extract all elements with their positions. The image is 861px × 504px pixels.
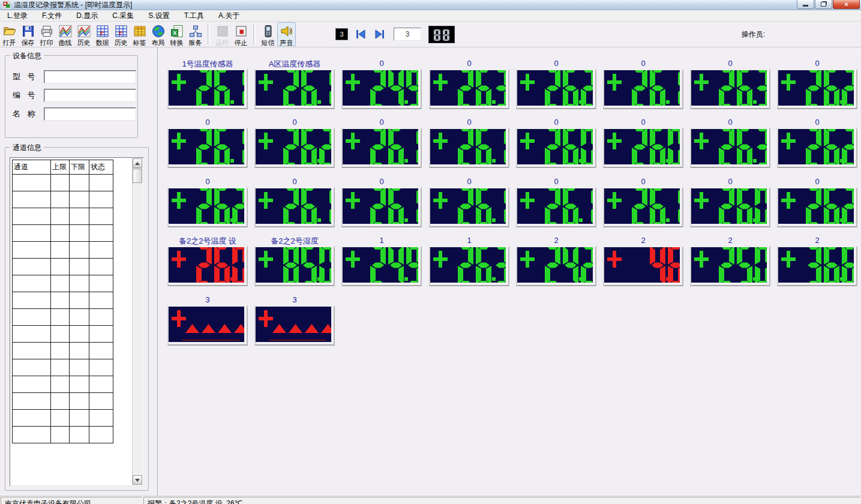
- toolbar-button-打印[interactable]: 打印: [37, 22, 56, 46]
- table-row: [13, 359, 113, 376]
- display-label: 3: [254, 295, 335, 305]
- led-display: [603, 246, 683, 286]
- display-cell: 0: [777, 118, 857, 168]
- display-label: 0: [429, 177, 509, 187]
- menu-item-4[interactable]: S.设置: [141, 11, 176, 21]
- toolbar-button-历史[interactable]: e历史: [112, 22, 130, 46]
- minimize-button[interactable]: [797, 0, 814, 9]
- display-label: 0: [341, 177, 422, 187]
- toolbar-button-布局[interactable]: 布局: [149, 22, 167, 46]
- led-display: [429, 69, 509, 109]
- display-cell: 3: [254, 295, 335, 346]
- app-icon: [2, 1, 11, 9]
- toolbar-button-停止[interactable]: 停止: [232, 22, 250, 46]
- scrollbar-thumb[interactable]: [133, 169, 142, 183]
- table-row: [13, 259, 113, 275]
- display-cell: 0: [603, 59, 683, 109]
- menu-item-0[interactable]: L.登录: [0, 11, 35, 21]
- curve-chart-icon: [77, 24, 91, 38]
- display-label: 0: [690, 177, 770, 187]
- toolbar-button-保存[interactable]: 保存: [19, 22, 37, 46]
- display-label: 0: [690, 118, 770, 128]
- data-table-icon: e: [95, 24, 110, 38]
- toolbar-button-标签[interactable]: 标签: [130, 22, 149, 46]
- scroll-down-icon[interactable]: [133, 475, 142, 485]
- table-row: [13, 191, 113, 208]
- display-cell: 备2之2号湿度: [254, 236, 335, 286]
- device-field-input[interactable]: [44, 89, 136, 102]
- display-label: 0: [516, 59, 596, 69]
- title-bar: 温湿度记录报警系统 - [即时温度显示] ×: [0, 0, 861, 10]
- restore-button[interactable]: [815, 0, 832, 9]
- led-preview-display: [428, 26, 455, 43]
- led-display: [516, 246, 596, 286]
- display-cell: 备2之2号温度 设: [167, 236, 248, 286]
- device-field-row: 型 号: [13, 70, 136, 83]
- display-label: 0: [341, 59, 422, 69]
- globe-icon: [151, 24, 166, 38]
- menu-item-5[interactable]: T.工具: [177, 11, 211, 21]
- device-field-label: 编 号: [13, 90, 44, 101]
- display-label: 0: [429, 118, 509, 128]
- display-cell: 0: [516, 177, 596, 227]
- next-page-icon[interactable]: [373, 28, 386, 41]
- display-label: A区温度传感器: [254, 59, 335, 69]
- toolbar-button-服务[interactable]: 服务: [186, 22, 205, 46]
- display-cell: 0: [254, 177, 335, 227]
- device-info-group: 设备信息 型 号编 号名 称: [5, 55, 138, 138]
- status-company: 南京伏泰电子设备有限公司: [1, 497, 142, 504]
- led-display: [341, 187, 422, 227]
- display-label: 0: [167, 177, 248, 187]
- display-label: 0: [603, 118, 683, 128]
- toolbar-button-声音[interactable]: 声音: [277, 22, 296, 46]
- led-display: [516, 187, 596, 227]
- led-display: [254, 187, 335, 227]
- page-input[interactable]: [394, 28, 421, 41]
- channel-table-scrollbar[interactable]: [132, 158, 143, 485]
- toolbar-button-转换[interactable]: X转换: [167, 22, 186, 46]
- panel-divider: [157, 47, 158, 496]
- display-cell: 2: [690, 236, 770, 286]
- toolbar-button-历史[interactable]: 历史: [74, 22, 93, 46]
- toolbar-button-曲线[interactable]: 曲线: [56, 22, 74, 46]
- column-header: 下限: [70, 160, 89, 175]
- led-display: [777, 128, 857, 168]
- scroll-up-icon[interactable]: [133, 158, 142, 168]
- display-cell: 0: [690, 118, 770, 168]
- toolbar-button-短信[interactable]: 短信: [259, 22, 277, 46]
- table-row: [13, 393, 113, 410]
- led-display: [254, 305, 335, 346]
- sound-icon: [280, 24, 294, 38]
- device-field-input[interactable]: [44, 107, 136, 121]
- led-display: [429, 246, 509, 286]
- display-label: 0: [516, 177, 596, 187]
- menu-item-3[interactable]: C.采集: [105, 11, 141, 21]
- device-field-input[interactable]: [44, 70, 136, 83]
- toolbar-button-数据[interactable]: e数据: [93, 22, 112, 46]
- device-info-title: 设备信息: [10, 51, 44, 61]
- service-icon: [188, 24, 203, 38]
- toolbar-button-打开[interactable]: 打开: [0, 22, 19, 46]
- menu-item-6[interactable]: A.关于: [211, 11, 247, 21]
- data-table-icon: e: [114, 24, 128, 38]
- display-label: 0: [777, 118, 857, 128]
- display-label: 0: [603, 177, 683, 187]
- close-button[interactable]: ×: [833, 0, 860, 9]
- toolbar-button-label: 保存: [22, 38, 35, 47]
- led-display: [341, 69, 422, 109]
- display-cell: 3: [167, 295, 248, 346]
- led-display: [429, 187, 509, 227]
- toolbar-button-运行: 运行: [213, 22, 232, 46]
- display-label: 0: [603, 59, 683, 69]
- led-display: [167, 305, 248, 346]
- app-window: 温湿度记录报警系统 - [即时温度显示] × L.登录F.文件D.显示C.采集S…: [0, 0, 861, 504]
- led-display: [167, 69, 248, 109]
- menu-item-1[interactable]: F.文件: [35, 11, 69, 21]
- operator-label: 操作员:: [742, 29, 765, 40]
- toolbar-button-label: 历史: [77, 38, 91, 47]
- first-page-icon[interactable]: [354, 28, 367, 41]
- device-field-label: 名 称: [13, 109, 44, 119]
- led-display: [516, 128, 596, 168]
- menu-bar: L.登录F.文件D.显示C.采集S.设置T.工具A.关于: [0, 10, 861, 22]
- menu-item-2[interactable]: D.显示: [69, 11, 105, 21]
